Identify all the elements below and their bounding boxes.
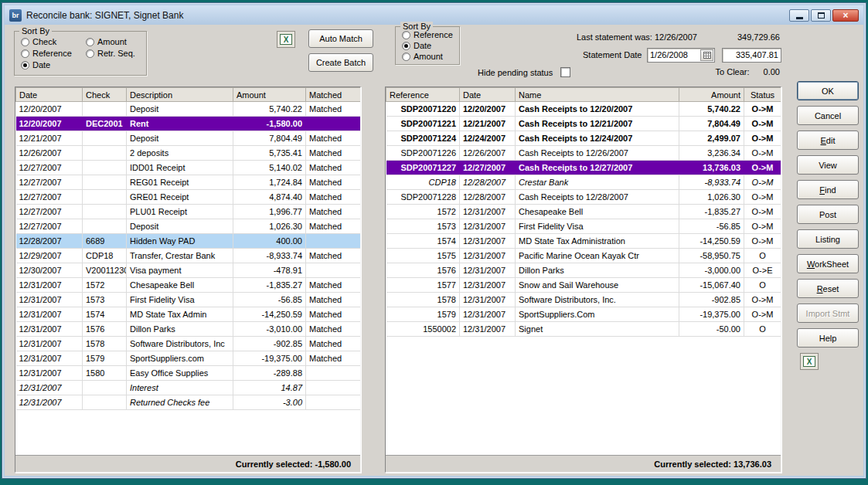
button-view[interactable]: View bbox=[797, 155, 859, 175]
cell-name[interactable]: Cash Receipts to 12/24/2007 bbox=[516, 131, 679, 146]
cell-matched[interactable]: Matched bbox=[306, 337, 361, 351]
calendar-button[interactable] bbox=[700, 49, 713, 61]
maximize-button[interactable] bbox=[811, 9, 831, 22]
cell-status[interactable]: O->M bbox=[744, 190, 781, 205]
cell-date[interactable]: 12/31/2007 bbox=[16, 351, 83, 366]
column-header-date[interactable]: Date bbox=[460, 88, 516, 102]
cell-desc[interactable]: Transfer, Crestar Bank bbox=[127, 249, 233, 263]
cell-check[interactable]: DEC2001 bbox=[83, 117, 127, 131]
table-row[interactable]: SDP2007122712/27/2007Cash Receipts to 12… bbox=[386, 161, 781, 175]
cell-ref[interactable]: CDP18 bbox=[386, 175, 460, 190]
table-row[interactable]: 12/20/2007Deposit5,740.22Matched bbox=[16, 102, 361, 117]
cell-check[interactable]: 1579 bbox=[83, 351, 127, 366]
table-row[interactable]: 12/31/2007Interest14.87 bbox=[16, 381, 361, 395]
cell-date[interactable]: 12/31/2007 bbox=[460, 205, 516, 219]
export-excel-button[interactable]: X bbox=[277, 31, 295, 48]
cell-date[interactable]: 12/28/2007 bbox=[16, 234, 83, 249]
cell-date[interactable]: 12/30/2007 bbox=[16, 263, 83, 278]
radio-sort-date-right[interactable]: Date bbox=[402, 41, 431, 50]
cell-name[interactable]: MD State Tax Administration bbox=[516, 234, 679, 249]
table-row[interactable]: 155000212/31/2007Signet-50.00O bbox=[386, 322, 781, 337]
table-row[interactable]: 12/31/20071574MD State Tax Admin-14,250.… bbox=[16, 307, 361, 322]
cell-date[interactable]: 12/31/2007 bbox=[16, 278, 83, 293]
table-row[interactable]: 12/30/2007V20011230Visa payment-478.91 bbox=[16, 263, 361, 278]
cell-date[interactable]: 12/31/2007 bbox=[16, 322, 83, 337]
cell-check[interactable] bbox=[83, 219, 127, 234]
cell-desc[interactable]: Software Distributors, Inc bbox=[127, 337, 233, 351]
radio-sort-reference-right[interactable]: Reference bbox=[402, 30, 453, 39]
cell-amount[interactable]: -14,250.59 bbox=[679, 234, 744, 249]
cell-status[interactable]: O->M bbox=[744, 146, 781, 161]
cell-ref[interactable]: 1578 bbox=[386, 293, 460, 307]
cell-date[interactable]: 12/20/2007 bbox=[16, 117, 83, 131]
cell-date[interactable]: 12/31/2007 bbox=[16, 307, 83, 322]
statement-amount-input[interactable]: 335,407.81 bbox=[722, 48, 781, 63]
table-row[interactable]: 12/31/20071579SportSuppliers.com-19,375.… bbox=[16, 351, 361, 366]
cell-desc[interactable]: Chesapeake Bell bbox=[127, 278, 233, 293]
cell-amount[interactable]: -8,933.74 bbox=[679, 175, 744, 190]
cell-ref[interactable]: 1576 bbox=[386, 263, 460, 278]
cell-matched[interactable] bbox=[306, 117, 361, 131]
title-bar[interactable]: br Reconcile bank: SIGNET, Signet Bank × bbox=[5, 5, 863, 25]
cell-check[interactable] bbox=[83, 161, 127, 175]
close-button[interactable]: × bbox=[832, 9, 859, 22]
cell-amount[interactable]: -3,000.00 bbox=[679, 263, 744, 278]
table-row[interactable]: 12/31/20071578Software Distributors, Inc… bbox=[16, 337, 361, 351]
button-worksheet[interactable]: WorkSheet bbox=[797, 254, 859, 273]
cell-check[interactable] bbox=[83, 102, 127, 117]
cell-status[interactable]: O bbox=[744, 249, 781, 263]
cell-matched[interactable]: Matched bbox=[306, 131, 361, 146]
cell-date[interactable]: 12/21/2007 bbox=[16, 131, 83, 146]
cell-desc[interactable]: 2 deposits bbox=[127, 146, 233, 161]
table-row[interactable]: 12/31/20071576Dillon Parks-3,010.00Match… bbox=[16, 322, 361, 337]
cell-status[interactable]: O->M bbox=[744, 205, 781, 219]
cell-status[interactable]: O bbox=[744, 278, 781, 293]
cell-name[interactable]: Cash Receipts to 12/20/2007 bbox=[516, 102, 679, 117]
cell-matched[interactable]: Matched bbox=[306, 102, 361, 117]
cell-check[interactable] bbox=[83, 175, 127, 190]
table-row[interactable]: 12/27/2007Deposit1,026.30Matched bbox=[16, 219, 361, 234]
cell-amount[interactable]: 400.00 bbox=[233, 234, 306, 249]
button-help[interactable]: Help bbox=[797, 328, 859, 348]
table-row[interactable]: 12/29/2007CDP18Transfer, Crestar Bank-8,… bbox=[16, 249, 361, 263]
cell-matched[interactable] bbox=[306, 395, 361, 410]
cell-matched[interactable]: Matched bbox=[306, 293, 361, 307]
button-listing[interactable]: Listing bbox=[797, 229, 859, 249]
cell-check[interactable] bbox=[83, 131, 127, 146]
cell-desc[interactable]: MD State Tax Admin bbox=[127, 307, 233, 322]
button-import-stmt[interactable]: Import Stmt bbox=[797, 304, 859, 323]
table-row[interactable]: SDP2007122612/26/2007Cash Receipts to 12… bbox=[386, 146, 781, 161]
cell-name[interactable]: Cash Receipts to 12/27/2007 bbox=[516, 161, 679, 175]
table-row[interactable]: 12/31/20071572Chesapeake Bell-1,835.27Ma… bbox=[16, 278, 361, 293]
cell-date[interactable]: 12/29/2007 bbox=[16, 249, 83, 263]
cell-amount[interactable]: -3.00 bbox=[233, 395, 306, 410]
cell-matched[interactable] bbox=[306, 234, 361, 249]
column-header-status[interactable]: Status bbox=[744, 88, 781, 102]
cell-amount[interactable]: 7,804.49 bbox=[679, 117, 744, 131]
cell-amount[interactable]: -19,375.00 bbox=[233, 351, 306, 366]
cell-amount[interactable]: 5,740.22 bbox=[679, 102, 744, 117]
cell-date[interactable]: 12/31/2007 bbox=[16, 337, 83, 351]
column-header-date[interactable]: Date bbox=[16, 88, 83, 102]
cell-name[interactable]: Software Distributors, Inc. bbox=[516, 293, 679, 307]
cell-desc[interactable]: Deposit bbox=[127, 131, 233, 146]
cell-date[interactable]: 12/20/2007 bbox=[460, 102, 516, 117]
cell-matched[interactable]: Matched bbox=[306, 175, 361, 190]
cell-desc[interactable]: First Fidelity Visa bbox=[127, 293, 233, 307]
cell-desc[interactable]: Hidden Way PAD bbox=[127, 234, 233, 249]
cell-ref[interactable]: 1574 bbox=[386, 234, 460, 249]
cell-status[interactable]: O bbox=[744, 322, 781, 337]
cell-amount[interactable]: -1,835.27 bbox=[233, 278, 306, 293]
cell-matched[interactable]: Matched bbox=[306, 205, 361, 219]
cell-status[interactable]: O->M bbox=[744, 102, 781, 117]
cell-name[interactable]: Cash Receipts to 12/21/2007 bbox=[516, 117, 679, 131]
cell-check[interactable] bbox=[83, 146, 127, 161]
table-row[interactable]: SDP2007122012/20/2007Cash Receipts to 12… bbox=[386, 102, 781, 117]
table-row[interactable]: 12/27/2007PLU01 Receipt1,996.77Matched bbox=[16, 205, 361, 219]
cell-amount[interactable]: -56.85 bbox=[233, 293, 306, 307]
auto-match-button[interactable]: Auto Match bbox=[308, 29, 373, 48]
cell-amount[interactable]: -478.91 bbox=[233, 263, 306, 278]
cell-check[interactable]: 1574 bbox=[83, 307, 127, 322]
cell-matched[interactable]: Matched bbox=[306, 322, 361, 337]
cell-desc[interactable]: Interest bbox=[127, 381, 233, 395]
